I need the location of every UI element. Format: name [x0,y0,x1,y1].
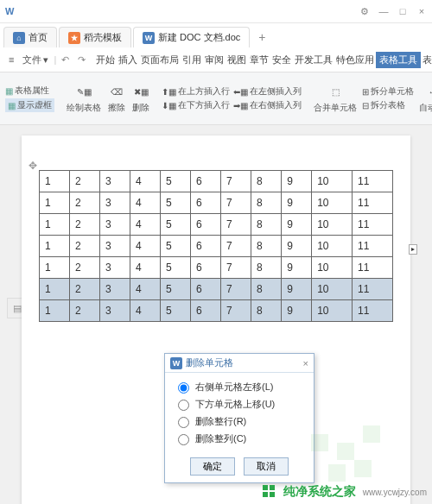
row-handle-icon[interactable]: ▸ [409,244,417,255]
table-cell[interactable]: 9 [282,214,312,236]
table-cell[interactable]: 10 [312,257,353,279]
table-cell[interactable]: 4 [130,236,161,257]
settings-icon[interactable]: ⚙ [359,6,370,17]
table-cell[interactable]: 6 [191,171,221,192]
table-cell[interactable]: 5 [161,279,191,300]
table-cell[interactable]: 5 [161,171,191,192]
table-row[interactable]: 1234567891011 [40,214,393,236]
table-row[interactable]: 1234567891011 [40,257,393,279]
table-cell[interactable]: 4 [130,300,161,322]
table-cell[interactable]: 5 [161,300,191,322]
table-cell[interactable]: 9 [282,171,312,192]
table-row[interactable]: 1234567891011 [40,236,393,257]
tab-home[interactable]: ⌂ 首页 [3,27,57,47]
table-cell[interactable]: 7 [221,257,251,279]
table-cell[interactable]: 6 [191,192,221,214]
opt-shift-left[interactable]: 右侧单元格左移(L) [174,378,305,395]
opt-delete-row[interactable]: 删除整行(R) [174,413,305,430]
table-row[interactable]: 1234567891011 [40,300,393,322]
ribbon-insert-col-right[interactable]: ➡▦在右侧插入列 [233,99,302,111]
table-cell[interactable]: 2 [70,214,100,236]
table-cell[interactable]: 7 [221,171,251,192]
table-cell[interactable]: 2 [70,236,100,257]
menu-table-tools[interactable]: 表格工具 [376,52,421,68]
table-cell[interactable]: 10 [312,171,353,192]
table-cell[interactable]: 7 [221,236,251,257]
table-cell[interactable]: 6 [191,300,221,322]
table-cell[interactable]: 3 [100,171,130,192]
table-cell[interactable]: 5 [161,214,191,236]
menu-chapter[interactable]: 章节 [248,52,270,68]
ribbon-eraser[interactable]: ⌫擦除 [106,83,127,114]
table-cell[interactable]: 11 [353,279,393,300]
table-cell[interactable]: 7 [221,300,251,322]
ribbon-merge-cells[interactable]: ⬚合并单元格 [312,83,359,114]
table-cell[interactable]: 8 [251,300,282,322]
menu-view[interactable]: 视图 [226,52,248,68]
table-cell[interactable]: 11 [353,236,393,257]
ok-button[interactable]: 确定 [190,457,235,476]
table-cell[interactable]: 3 [100,257,130,279]
table-cell[interactable]: 5 [161,192,191,214]
table-cell[interactable]: 11 [353,257,393,279]
ribbon-show-grid[interactable]: ▦显示虚框 [5,98,54,112]
menu-start[interactable]: 开始 [94,52,117,68]
table-cell[interactable]: 11 [353,300,393,322]
ribbon-split-cells[interactable]: ⊞拆分单元格 [362,85,414,98]
ribbon-split-table[interactable]: ⊟拆分表格 [362,99,414,111]
table-cell[interactable]: 3 [100,214,130,236]
menu-table-style[interactable]: 表格样式 [421,52,432,68]
table-cell[interactable]: 10 [312,214,353,236]
table-cell[interactable]: 3 [100,192,130,214]
table-cell[interactable]: 7 [221,214,251,236]
table-cell[interactable]: 6 [191,279,221,300]
table-cell[interactable]: 8 [251,171,282,192]
ribbon-table-props[interactable]: ▦表格属性 [5,85,54,97]
menu-ref[interactable]: 引用 [181,52,203,68]
table-cell[interactable]: 10 [312,279,353,300]
table-cell[interactable]: 9 [282,257,312,279]
table-cell[interactable]: 4 [130,257,161,279]
table-cell[interactable]: 1 [40,257,70,279]
ribbon-auto-adjust[interactable]: ↔▦自动调整 [417,83,432,114]
table-cell[interactable]: 10 [312,192,353,214]
table-cell[interactable]: 10 [312,300,353,322]
table-cell[interactable]: 1 [40,171,70,192]
table-cell[interactable]: 4 [130,171,161,192]
menu-security[interactable]: 安全 [270,52,293,68]
table-cell[interactable]: 6 [191,257,221,279]
table-cell[interactable]: 8 [251,214,282,236]
ribbon-delete[interactable]: ✖▦删除 [130,83,151,114]
table-cell[interactable]: 7 [221,279,251,300]
table-row[interactable]: 1234567891011 [40,192,393,214]
document-table[interactable]: 1234567891011123456789101112345678910111… [39,170,393,322]
table-cell[interactable]: 3 [100,236,130,257]
table-cell[interactable]: 1 [40,279,70,300]
ribbon-draw-table[interactable]: ✎▦绘制表格 [65,83,103,114]
file-menu[interactable]: 文件▾ [19,52,52,68]
table-cell[interactable]: 9 [282,279,312,300]
opt-delete-col[interactable]: 删除整列(C) [174,430,305,447]
menu-review[interactable]: 审阅 [203,52,226,68]
table-cell[interactable]: 7 [221,192,251,214]
table-cell[interactable]: 2 [70,300,100,322]
menu-dev[interactable]: 开发工具 [293,52,334,68]
table-row[interactable]: 1234567891011 [40,279,393,300]
table-cell[interactable]: 3 [100,279,130,300]
menu-feature[interactable]: 特色应用 [334,52,376,68]
table-cell[interactable]: 9 [282,236,312,257]
hamburger-icon[interactable]: ≡ [5,53,17,66]
menu-layout[interactable]: 页面布局 [139,52,181,68]
undo-icon[interactable]: ↶ [58,54,73,66]
table-cell[interactable]: 8 [251,279,282,300]
table-cell[interactable]: 9 [282,192,312,214]
ribbon-insert-col-left[interactable]: ⬅▦在左侧插入列 [233,85,302,98]
dialog-close-icon[interactable]: × [303,358,308,369]
table-anchor-icon[interactable]: ✥ [29,160,37,172]
table-cell[interactable]: 11 [353,171,393,192]
table-cell[interactable]: 6 [191,236,221,257]
table-cell[interactable]: 11 [353,192,393,214]
cancel-button[interactable]: 取消 [244,457,289,476]
table-cell[interactable]: 1 [40,236,70,257]
table-cell[interactable]: 4 [130,279,161,300]
